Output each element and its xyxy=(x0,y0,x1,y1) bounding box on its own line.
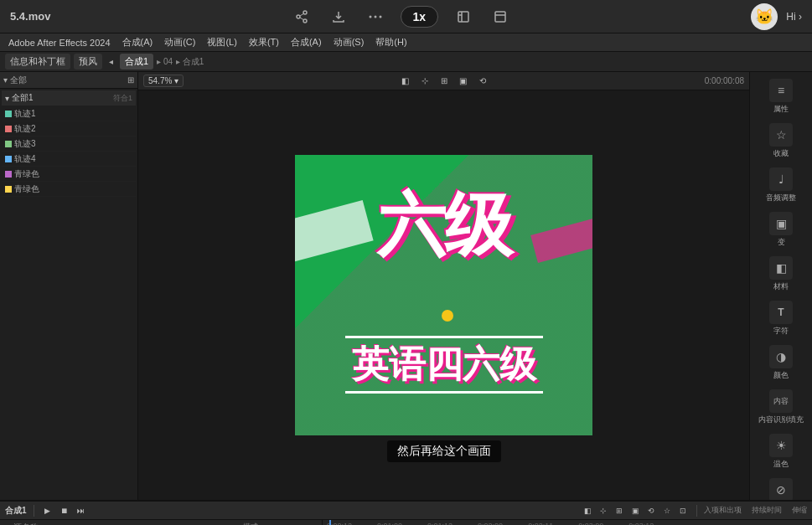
menu-item-layer[interactable]: 视图(L) xyxy=(202,34,241,50)
right-panel-properties[interactable]: ≡ 属性 xyxy=(752,75,810,118)
audio-label: 音频调整 xyxy=(766,193,796,203)
content-fill-label: 内容识别填充 xyxy=(758,414,804,425)
hi-label[interactable]: Hi › xyxy=(786,11,802,23)
canvas-toolbar: 54.7% ▾ ◧ ⊹ ⊞ ▣ ⟲ 0:00:00:08 xyxy=(138,72,749,90)
left-panel: ▾ 全部 ⊞ ▾ 全部1 符合1 轨迹1 轨迹2 轨迹3 xyxy=(0,72,138,500)
canvas-container: 六级 英语四六级 然后再给这个画面 xyxy=(138,90,749,500)
workspace-bar: 信息和补丁框 预风 ◂ 合成1 ▸ 04 ▸ 合成1 xyxy=(0,52,812,72)
svg-line-3 xyxy=(300,13,303,16)
right-panel-material[interactable]: ◧ 材料 xyxy=(752,253,810,296)
menu-bar: Adobe After Effects 2024 合成(A) 动画(C) 视图(… xyxy=(0,33,812,52)
timeline-main: 源名称 模式 1 骑伏面积1 正常 无 2 到1 正常 xyxy=(0,520,812,525)
collapse-button[interactable] xyxy=(489,5,512,28)
canvas-tool-4[interactable]: ▣ xyxy=(455,73,472,90)
project-toggle[interactable]: ⊞ xyxy=(127,75,134,85)
avatar-button[interactable]: 🐱 xyxy=(751,3,778,30)
canvas-tool-2[interactable]: ⊹ xyxy=(416,73,433,90)
workspace-preview-btn[interactable]: 预风 xyxy=(74,54,102,69)
menu-item-file[interactable]: Adobe After Effects 2024 xyxy=(3,36,116,49)
svg-rect-9 xyxy=(495,12,505,22)
layer-item-1[interactable]: 轨迹1 xyxy=(2,106,136,121)
layer-item-4[interactable]: 轨迹4 xyxy=(2,152,136,167)
svg-point-1 xyxy=(297,15,300,18)
svg-rect-8 xyxy=(458,12,468,22)
menu-item-view[interactable]: 动画(S) xyxy=(328,34,370,50)
menu-item-edit[interactable]: 合成(A) xyxy=(117,34,158,50)
preview-canvas: 六级 英语四六级 xyxy=(295,155,592,435)
material-label: 材料 xyxy=(773,281,789,292)
expand-button[interactable] xyxy=(452,5,475,28)
breadcrumb-comp2: ▸ 合成1 xyxy=(176,56,204,68)
right-panel-audio[interactable]: ♩ 音频调整 xyxy=(752,164,810,207)
breadcrumb-04: ▸ 04 xyxy=(157,57,173,66)
menu-item-animation[interactable]: 合成(A) xyxy=(286,34,327,50)
canvas-tool-1[interactable]: ◧ xyxy=(397,73,414,90)
layer-item-5[interactable]: 青绿色 xyxy=(2,167,136,182)
tl-tool-1[interactable]: ▶ xyxy=(41,504,54,517)
timeline-area: 合成1 ▶ ⏹ ⏭ ◧ ⊹ ⊞ ▣ ⟲ ☆ ⊡ 入项和出项 持续时间 伸缩 源名… xyxy=(0,500,812,525)
favorites-label: 收藏 xyxy=(773,148,789,159)
tl-tool-2[interactable]: ⏹ xyxy=(58,504,71,517)
speed-display[interactable]: 1x xyxy=(401,6,439,28)
color-icon: ◑ xyxy=(769,345,793,368)
canvas-subtitle-text: 英语四六级 xyxy=(345,336,543,394)
breadcrumb-separator: ◂ xyxy=(109,57,113,66)
timeline-tracks: 0:00:12 0:01:00 0:01:12 0:02:00 0:02:11 … xyxy=(323,520,812,525)
timeline-timebar: 0:00:12 0:01:00 0:01:12 0:02:00 0:02:11 … xyxy=(323,520,812,525)
workspace-info-btn[interactable]: 信息和补丁框 xyxy=(5,54,70,69)
audio-icon: ♩ xyxy=(769,167,793,191)
right-panel-transform[interactable]: ▣ 变 xyxy=(752,208,810,251)
right-panel-favorites[interactable]: ☆ 收藏 xyxy=(752,120,810,162)
timeline-comp-label: 合成1 xyxy=(5,505,27,517)
canvas-tool-3[interactable]: ⊞ xyxy=(436,73,453,90)
favorites-icon: ☆ xyxy=(769,123,793,147)
timeline-layers: 源名称 模式 1 骑伏面积1 正常 无 2 到1 正常 xyxy=(0,520,323,525)
scale-dropdown-icon: ▾ xyxy=(174,76,178,85)
warm-icon: ☀ xyxy=(769,434,793,457)
transform-icon: ▣ xyxy=(769,212,793,235)
menu-item-help[interactable]: 帮助(H) xyxy=(370,34,411,50)
roto-icon: ⊘ xyxy=(769,478,793,500)
download-button[interactable] xyxy=(327,5,350,28)
right-panel-text[interactable]: T 字符 xyxy=(752,297,810,340)
folder-item-all[interactable]: ▾ 全部1 符合1 xyxy=(2,90,136,106)
tl-options-5[interactable]: ⟲ xyxy=(644,504,658,517)
layer-item-color[interactable]: 青绿色 xyxy=(2,182,136,197)
top-bar-left: 5.4.mov xyxy=(10,10,50,23)
more-button[interactable] xyxy=(364,5,387,28)
tl-tool-3[interactable]: ⏭ xyxy=(75,504,88,517)
tl-options-1[interactable]: ◧ xyxy=(581,504,594,517)
canvas-tool-5[interactable]: ⟲ xyxy=(474,73,491,90)
right-panel-roto[interactable]: ⊘ 达点直流 xyxy=(752,475,810,500)
warm-label: 温色 xyxy=(773,459,789,470)
svg-point-5 xyxy=(369,15,371,18)
right-panel-warm[interactable]: ☀ 温色 xyxy=(752,430,810,473)
properties-icon: ≡ xyxy=(769,79,793,102)
svg-point-7 xyxy=(379,15,381,18)
scale-selector[interactable]: 54.7% ▾ xyxy=(143,75,184,87)
menu-item-effect[interactable]: 效果(T) xyxy=(244,34,284,50)
layer-item-3[interactable]: 轨迹3 xyxy=(2,136,136,152)
layer-item-2[interactable]: 轨迹2 xyxy=(2,121,136,136)
tl-options-6[interactable]: ☆ xyxy=(660,504,674,517)
workspace-comp1-btn[interactable]: 合成1 xyxy=(120,54,153,69)
menu-item-composition[interactable]: 动画(C) xyxy=(159,34,200,50)
center-area: 54.7% ▾ ◧ ⊹ ⊞ ▣ ⟲ 0:00:00:08 六级 英语四六级 xyxy=(138,72,749,500)
right-panel-color[interactable]: ◑ 颜色 xyxy=(752,342,810,384)
text-icon: T xyxy=(769,301,793,324)
top-bar: 5.4.mov 1x 🐱 Hi › xyxy=(0,0,812,33)
share-button[interactable] xyxy=(290,5,313,28)
top-bar-center: 1x xyxy=(290,5,513,28)
tl-options-2[interactable]: ⊹ xyxy=(597,504,610,517)
properties-label: 属性 xyxy=(773,104,789,115)
svg-point-6 xyxy=(374,15,376,18)
content-fill-icon: 内容 xyxy=(769,389,793,413)
tl-options-7[interactable]: ⊡ xyxy=(676,504,690,517)
transform-label: 变 xyxy=(778,237,785,248)
tl-layers-header: 源名称 模式 xyxy=(0,520,322,525)
tl-options-3[interactable]: ⊞ xyxy=(613,504,626,517)
svg-point-0 xyxy=(303,11,307,14)
text-label: 字符 xyxy=(773,326,789,337)
right-panel-content-fill[interactable]: 内容 内容识别填充 xyxy=(752,386,810,429)
tl-options-4[interactable]: ▣ xyxy=(628,504,642,517)
